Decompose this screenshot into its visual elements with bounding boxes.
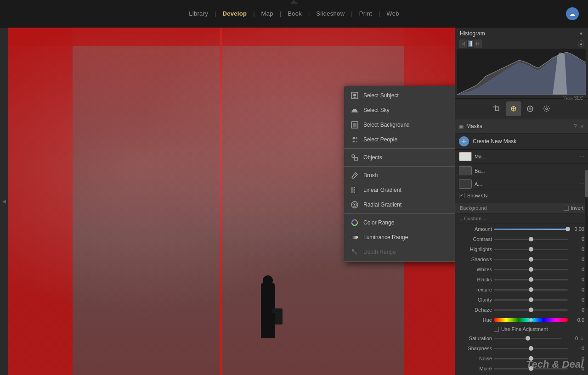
hue-value: 0.0 <box>570 317 584 323</box>
highlights-value: 0 <box>570 246 584 252</box>
sharpness-slider-row: Sharpness 0 <box>455 343 588 353</box>
mask-thumbnail-3 <box>459 179 472 189</box>
hue-label: Hue <box>459 317 492 323</box>
invert-checkbox[interactable] <box>564 206 569 211</box>
person-right-leg <box>269 313 275 338</box>
menu-item-brush[interactable]: Brush (K) <box>344 168 455 183</box>
svg-rect-7 <box>355 157 357 160</box>
person-left-leg <box>261 311 267 338</box>
right-panel-scrollbar[interactable] <box>585 170 588 308</box>
menu-item-select-subject[interactable]: Select Subject <box>344 88 455 103</box>
masks-help-button[interactable]: ? <box>573 122 578 130</box>
histogram-chevron-icon[interactable]: ▼ <box>579 31 583 36</box>
objects-label: Objects <box>363 154 455 161</box>
whites-slider[interactable] <box>494 266 568 273</box>
histogram-info-icon[interactable]: ▲ <box>578 40 584 47</box>
nav-develop[interactable]: Develop <box>218 8 251 19</box>
svg-rect-8 <box>351 187 358 193</box>
show-overlay-checkbox[interactable] <box>459 193 464 198</box>
person-silhouette <box>254 246 282 338</box>
use-fine-adjustment-checkbox[interactable] <box>494 327 499 332</box>
histogram-clip-highlights[interactable]: ▷ <box>474 39 482 48</box>
menu-item-color-range[interactable]: Color Range (Shift+J) <box>344 215 455 230</box>
noise-label: Noise <box>459 356 492 361</box>
histogram-title: Histogram <box>460 30 485 37</box>
crop-tool-button[interactable] <box>490 101 504 116</box>
histogram-color-indicator <box>468 40 473 47</box>
menu-item-radial-gradient[interactable]: Radial Gradient (Shift+M) <box>344 197 455 212</box>
mask-item-1[interactable]: Ma... ⋯ <box>455 150 588 164</box>
menu-separator-3 <box>344 213 455 214</box>
blacks-slider-row: Blacks 0 <box>455 274 588 285</box>
clarity-slider[interactable] <box>494 296 568 303</box>
menu-item-linear-gradient[interactable]: Linear Gradient (M) <box>344 183 455 197</box>
background-label: Background <box>460 205 487 211</box>
sharpness-label: Sharpness <box>459 346 492 351</box>
contrast-label: Contrast <box>459 236 492 242</box>
menu-item-luminance-range[interactable]: Luminance Range (Shift+Q) <box>344 230 455 245</box>
mask-label-2: Ba... <box>475 168 577 174</box>
masking-tool-button[interactable] <box>523 101 537 116</box>
nav-slideshow[interactable]: Slideshow <box>311 8 349 19</box>
moire-label: Moiré <box>459 366 492 371</box>
sharpness-slider[interactable] <box>494 345 568 352</box>
select-background-label: Select Background <box>363 122 455 128</box>
moire-slider[interactable] <box>494 365 568 372</box>
settings-panel-button[interactable] <box>539 101 554 116</box>
left-panel-toggle[interactable]: ◀ <box>0 28 8 375</box>
nav-book[interactable]: Book <box>283 8 306 19</box>
create-mask-label: Create New Mask <box>473 138 516 145</box>
radial-gradient-icon <box>351 201 359 209</box>
shadows-slider[interactable] <box>494 256 568 263</box>
mask-thumbnail-1 <box>459 152 472 161</box>
noise-slider[interactable] <box>494 355 568 362</box>
saturation-value: 0 <box>563 336 578 341</box>
brush-label: Brush <box>363 172 455 179</box>
histogram-clip-shadows[interactable]: ◁ <box>459 39 467 48</box>
mask-thumbnail-2 <box>459 166 472 175</box>
amount-slider[interactable] <box>494 225 568 233</box>
svg-point-5 <box>356 137 357 139</box>
masks-title: Masks <box>466 123 482 129</box>
mask-item-2[interactable]: Ba... ⋯ <box>455 164 588 178</box>
nav-print[interactable]: Print <box>355 8 377 19</box>
nav-web[interactable]: Web <box>382 8 403 19</box>
tools-row <box>455 99 588 119</box>
menu-item-select-sky[interactable]: Select Sky <box>344 103 455 118</box>
hue-slider[interactable] <box>494 316 568 324</box>
mask-item-3[interactable]: A... ⋯ <box>455 178 588 190</box>
noise-slider-row: Noise 0 <box>455 353 588 364</box>
contrast-value: 0 <box>570 236 584 242</box>
show-overlay-row: Show Ov <box>455 190 588 201</box>
select-people-label: Select People <box>363 136 455 143</box>
texture-slider-row: Texture 0 <box>455 285 588 295</box>
texture-value: 0 <box>570 287 584 292</box>
dehaze-slider[interactable] <box>494 306 568 313</box>
nav-map[interactable]: Map <box>257 8 278 19</box>
heal-tool-button[interactable] <box>506 101 521 116</box>
svg-point-29 <box>546 108 548 110</box>
menu-item-select-people[interactable]: Select People <box>344 132 455 147</box>
nav-library[interactable]: Library <box>184 8 213 19</box>
menu-item-select-background[interactable]: Select Background <box>344 118 455 132</box>
create-new-mask-button[interactable]: + <box>459 136 469 146</box>
clarity-label: Clarity <box>459 297 492 302</box>
left-panel-arrow-icon: ◀ <box>2 199 6 204</box>
highlights-slider[interactable] <box>494 246 568 253</box>
scrollbar-thumb[interactable] <box>585 170 588 197</box>
color-range-icon <box>351 218 359 227</box>
blacks-slider[interactable] <box>494 276 568 283</box>
masks-expand-button[interactable]: » <box>579 122 584 130</box>
custom-preset-label: – Custom – <box>460 216 486 221</box>
menu-item-objects[interactable]: Objects <box>344 150 455 165</box>
objects-icon <box>351 153 359 162</box>
cloud-sync-button[interactable]: ☁ <box>566 7 579 20</box>
radial-gradient-label: Radial Gradient <box>363 201 454 208</box>
texture-slider[interactable] <box>494 286 568 293</box>
dehaze-label: Dehaze <box>459 307 492 313</box>
highlights-slider-row: Highlights 0 <box>455 244 588 254</box>
contrast-slider[interactable] <box>494 235 568 243</box>
saturation-slider[interactable] <box>494 335 561 342</box>
saturation-star: ☆ <box>580 336 584 341</box>
custom-preset-row: – Custom – <box>455 213 588 224</box>
